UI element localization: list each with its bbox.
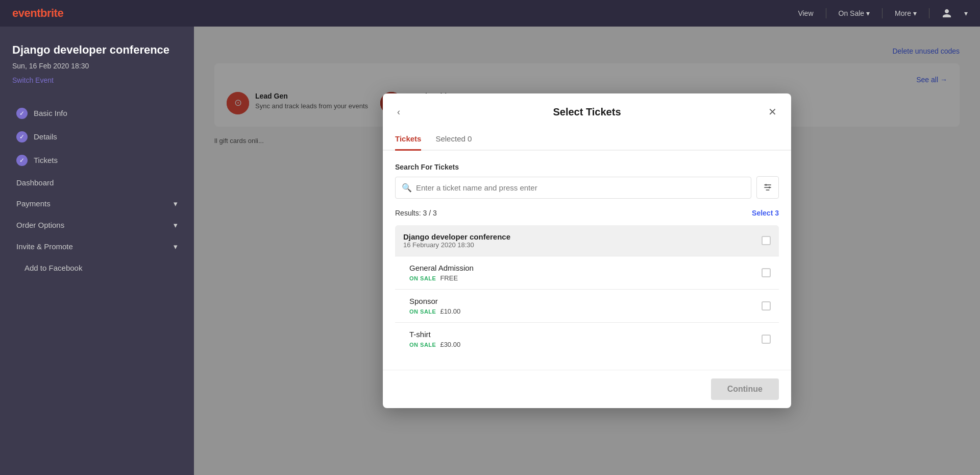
sidebar-item-add-to-facebook[interactable]: Add to Facebook [12,258,182,277]
ticket-price-tshirt: £30.00 [440,341,460,348]
view-button[interactable]: View [798,9,813,17]
nav-divider-3 [929,8,929,18]
modal-body: Search For Tickets 🔍 [383,151,791,370]
top-nav: eventbrite View On Sale ▾ More ▾ ▾ [0,0,980,27]
ticket-row-sponsor: Sponsor ON SALE £10.00 [395,289,779,322]
filter-button[interactable] [756,176,779,199]
tab-tickets[interactable]: Tickets [395,128,421,151]
ticket-name-sponsor: Sponsor [409,297,460,305]
search-icon: 🔍 [402,183,412,193]
ticket-group: Django developer conference 16 February … [395,225,779,355]
dashboard-label: Dashboard [16,178,54,187]
chevron-down-icon: ▾ [866,9,870,17]
on-sale-badge-general: ON SALE [409,275,436,281]
sidebar-item-invite-promote[interactable]: Invite & Promote ▾ [12,237,182,256]
top-nav-right: View On Sale ▾ More ▾ ▾ [798,8,968,18]
ticket-meta-sponsor: ON SALE £10.00 [409,307,460,315]
sidebar-item-label: Basic Info [34,109,67,117]
sidebar-item-details[interactable]: ✓ Details [12,126,182,148]
ticket-checkbox-sponsor[interactable] [762,301,771,311]
back-icon: ‹ [397,107,400,117]
payments-label: Payments [16,199,51,208]
checkmark-icon-3: ✓ [19,157,24,164]
chevron-down-icon-invite: ▾ [174,242,178,251]
ticket-group-header: Django developer conference 16 February … [395,225,779,256]
modal-back-button[interactable]: ‹ [395,105,402,120]
nav-items: ✓ Basic Info ✓ Details ✓ Tickets Dashboa… [12,103,182,277]
sidebar-item-dashboard[interactable]: Dashboard [12,173,182,192]
nav-divider-2 [882,8,883,18]
modal-header: ‹ Select Tickets ✕ [383,93,791,120]
ticket-price-general: FREE [440,274,458,282]
ticket-info-general: General Admission ON SALE FREE [409,264,474,282]
tab-selected[interactable]: Selected 0 [435,128,472,151]
sidebar: Django developer conference Sun, 16 Feb … [0,27,194,475]
svg-point-8 [769,186,770,188]
check-circle-basic-info: ✓ [16,108,28,119]
on-sale-badge-tshirt: ON SALE [409,342,436,348]
chevron-down-icon-2: ▾ [913,9,917,17]
main-content: Delete unused codes See all → ⊙ [194,27,980,475]
ticket-meta-tshirt: ON SALE £30.00 [409,341,460,348]
add-to-facebook-label: Add to Facebook [24,264,82,272]
ticket-group-date: 16 February 2020 18:30 [403,241,510,249]
ticket-name-tshirt: T-shirt [409,330,460,339]
sidebar-item-tickets[interactable]: ✓ Tickets [12,150,182,171]
checkmark-icon-2: ✓ [19,133,24,140]
ticket-name-general: General Admission [409,264,474,272]
nav-chevron-button[interactable]: ▾ [964,9,968,17]
continue-button[interactable]: Continue [711,378,779,400]
chevron-down-icon-orders: ▾ [174,221,178,230]
sidebar-item-label-3: Tickets [34,156,58,164]
ticket-group-info: Django developer conference 16 February … [403,232,510,249]
more-button[interactable]: More ▾ [895,9,917,17]
modal-close-button[interactable]: ✕ [766,104,779,120]
modal-tabs: Tickets Selected 0 [383,128,791,151]
ticket-group-checkbox[interactable] [762,236,771,245]
select-all-button[interactable]: Select 3 [752,209,779,217]
sidebar-item-label-2: Details [34,132,57,141]
sidebar-item-payments[interactable]: Payments ▾ [12,194,182,213]
svg-point-7 [765,184,767,185]
sidebar-item-basic-info[interactable]: ✓ Basic Info [12,103,182,124]
search-input[interactable] [416,177,745,198]
search-input-wrapper: 🔍 [395,177,751,199]
ticket-price-sponsor: £10.00 [440,307,460,315]
ticket-meta-general: ON SALE FREE [409,274,474,282]
ticket-info-sponsor: Sponsor ON SALE £10.00 [409,297,460,315]
check-circle-details: ✓ [16,131,28,142]
chevron-down-icon-payments: ▾ [174,199,178,208]
order-options-label: Order Options [16,221,64,229]
user-icon-button[interactable] [942,8,952,18]
results-row: Results: 3 / 3 Select 3 [395,209,779,217]
on-sale-badge-sponsor: ON SALE [409,308,436,315]
ticket-checkbox-general[interactable] [762,268,771,277]
modal-title: Select Tickets [553,106,621,118]
close-icon: ✕ [768,106,777,117]
select-tickets-modal: ‹ Select Tickets ✕ Tickets Selected 0 Se… [383,93,791,408]
modal-footer: Continue [383,370,791,408]
nav-divider [826,8,826,18]
eventbrite-logo: eventbrite [12,7,63,20]
invite-promote-label: Invite & Promote [16,242,73,251]
page-layout: Django developer conference Sun, 16 Feb … [0,27,980,475]
ticket-row-general: General Admission ON SALE FREE [395,256,779,289]
search-label: Search For Tickets [395,163,779,171]
event-date: Sun, 16 Feb 2020 18:30 [12,62,182,70]
results-text: Results: 3 / 3 [395,209,437,217]
ticket-group-name: Django developer conference [403,232,510,241]
switch-event-link[interactable]: Switch Event [12,76,182,84]
event-title: Django developer conference [12,43,182,58]
ticket-row-tshirt: T-shirt ON SALE £30.00 [395,322,779,355]
checkmark-icon: ✓ [19,110,24,117]
ticket-checkbox-tshirt[interactable] [762,335,771,344]
search-row: 🔍 [395,176,779,199]
chevron-down-icon-3: ▾ [964,9,968,17]
ticket-info-tshirt: T-shirt ON SALE £30.00 [409,330,460,348]
on-sale-button[interactable]: On Sale ▾ [839,9,870,17]
sidebar-item-order-options[interactable]: Order Options ▾ [12,216,182,235]
check-circle-tickets: ✓ [16,155,28,166]
